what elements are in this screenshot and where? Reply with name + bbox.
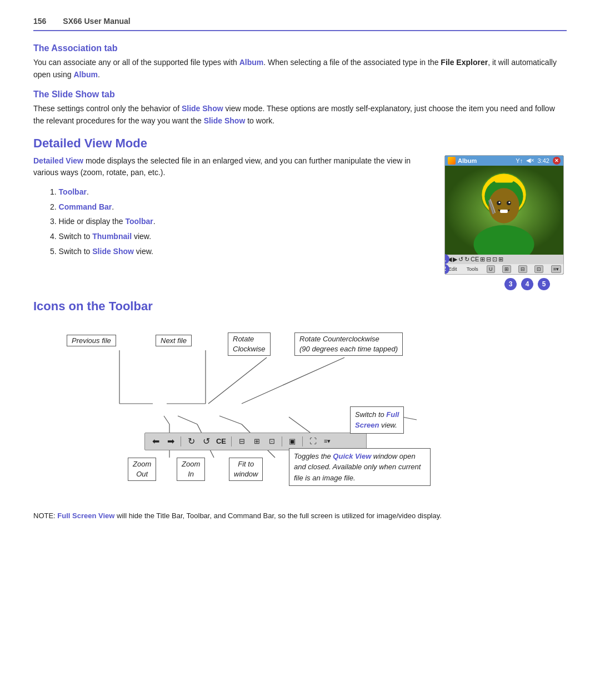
page: 156 SX66 User Manual The Association tab… (0, 0, 600, 700)
toolbar-fit-icon[interactable]: ⊡ (266, 435, 278, 448)
detailed-view-list: 1. Toolbar. 2. Command Bar. 3. Hide or d… (50, 185, 433, 259)
device-close-btn[interactable]: ✕ (553, 157, 561, 165)
association-tab-heading: The Association tab (33, 43, 567, 53)
toolbar-diagram: Previous file Next file Rotate Clockwise… (33, 327, 567, 505)
icons-toolbar-section: Icons on the Toolbar (33, 299, 567, 522)
toolbar-full-screen-icon[interactable]: ⛶ (307, 435, 319, 448)
device-command-bar-row: 2 Edit Tools U ⊞ ⊟ ⊡ ≡▾ (445, 264, 563, 274)
callout-full-screen: Switch to FullScreen view. (350, 406, 404, 434)
svg-rect-9 (500, 210, 508, 213)
badge-3: 3 (504, 278, 517, 290)
manual-title: SX66 User Manual (63, 17, 130, 26)
device-command-bar: Edit Tools U ⊞ ⊟ ⊡ ≡▾ (445, 264, 563, 274)
device-title-text: Album (458, 157, 477, 164)
detailed-view-left: Detailed View mode displays the selected… (33, 155, 433, 290)
slide-show-tab-section: The Slide Show tab These settings contro… (33, 90, 567, 127)
svg-point-7 (499, 202, 501, 203)
svg-line-20 (164, 416, 169, 424)
icons-toolbar-heading: Icons on the Toolbar (33, 299, 567, 314)
svg-point-8 (508, 202, 510, 203)
device-toolbar-row: 1 ◀ ▶ ↺ ↻ CE ⊞ ⊟ ⊡ ⊞ (445, 255, 563, 264)
device-toolbar: ◀ ▶ ↺ ↻ CE ⊞ ⊟ ⊡ ⊞ (445, 255, 563, 264)
slide-show-tab-heading: The Slide Show tab (33, 90, 567, 100)
list-item-3: 3. Hide or display the Toolbar. (50, 214, 433, 229)
list-item-5: 5. Switch to Slide Show view. (50, 244, 433, 259)
callout-quick-view: Toggles the Quick View window open and c… (289, 448, 431, 486)
badge-5: 5 (538, 278, 550, 290)
device-title-right: Y↑ ◀× 3:42 ✕ (516, 157, 561, 165)
toolbar-sep-3 (282, 436, 282, 446)
toolbar-sep-1 (181, 436, 181, 446)
toolbar-quick-view-icon[interactable]: ▣ (286, 435, 298, 448)
association-tab-body: You can associate any or all of the supp… (33, 57, 567, 81)
detailed-view-right: Album Y↑ ◀× 3:42 ✕ (444, 155, 567, 290)
device-screenshot: Album Y↑ ◀× 3:42 ✕ (444, 155, 564, 275)
toolbar-prev-icon[interactable]: ⬅ (149, 435, 162, 448)
list-item-1: 1. Toolbar. (50, 185, 433, 200)
page-header: 156 SX66 User Manual (33, 17, 567, 31)
callout-zoom-in: ZoomIn (177, 458, 205, 481)
list-item-4: 4. Switch to Thumbnail view. (50, 229, 433, 244)
device-volume: ◀× (526, 157, 534, 164)
toolbar-menu-icon[interactable]: ≡▾ (324, 438, 331, 445)
device-signal: Y↑ (516, 157, 523, 164)
device-image (445, 166, 563, 255)
association-tab-section: The Association tab You can associate an… (33, 43, 567, 81)
callout-zoom-out: ZoomOut (128, 458, 156, 481)
svg-line-17 (242, 358, 344, 404)
numbered-badges: 3 4 5 (444, 278, 567, 290)
callout-rotate-ccw: Rotate Counterclockwise (90 degrees each… (294, 332, 403, 356)
device-title-bar: Album Y↑ ◀× 3:42 ✕ (445, 156, 563, 166)
note-text: NOTE: Full Screen View will hide the Tit… (33, 510, 567, 522)
page-number: 156 (33, 17, 46, 26)
detailed-view-section: Detailed View Mode Detailed View mode di… (33, 136, 567, 290)
detailed-view-heading: Detailed View Mode (33, 136, 567, 151)
callout-next-file: Next file (156, 335, 192, 346)
callout-rotate-cw: Rotate Clockwise (228, 332, 271, 356)
svg-line-24 (219, 416, 242, 424)
svg-line-22 (178, 416, 197, 424)
toolbar-ce-icon[interactable]: CE (215, 435, 227, 448)
badge-4: 4 (521, 278, 533, 290)
toolbar-rotate-cw-icon[interactable]: ↻ (185, 435, 197, 448)
toolbar-sep-4 (302, 436, 303, 446)
detailed-view-body: Detailed View mode displays the selected… (33, 155, 433, 179)
list-item-2: 2. Command Bar. (50, 200, 433, 215)
toolbar-zoom-in-icon[interactable]: ⊞ (251, 435, 263, 448)
toolbar-sep-2 (231, 436, 232, 446)
svg-rect-11 (494, 178, 513, 183)
svg-line-16 (208, 358, 267, 404)
device-time: 3:42 (538, 157, 549, 164)
person-image-svg (445, 166, 563, 255)
callout-previous-file: Previous file (67, 335, 116, 346)
detailed-view-content: Detailed View mode displays the selected… (33, 155, 567, 290)
callout-fit-window: Fit towindow (229, 458, 263, 481)
toolbar-next-icon[interactable]: ➡ (164, 435, 177, 448)
toolbar-rotate-ccw-icon[interactable]: ↺ (200, 435, 212, 448)
album-icon (448, 157, 456, 165)
slide-show-tab-body: These settings control only the behavior… (33, 103, 567, 127)
toolbar-zoom-out-icon[interactable]: ⊟ (236, 435, 248, 448)
